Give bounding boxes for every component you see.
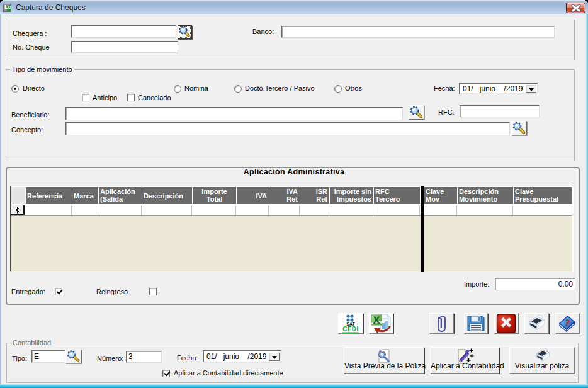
svg-text:CFDI: CFDI <box>342 326 358 333</box>
